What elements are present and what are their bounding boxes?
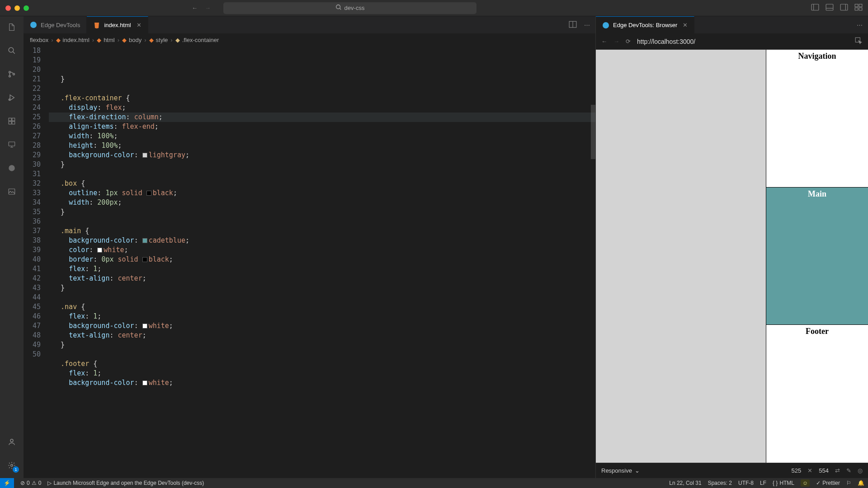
close-window[interactable]: [5, 5, 11, 11]
url-bar[interactable]: http://localhost:3000/: [637, 38, 848, 45]
search-icon[interactable]: [5, 44, 18, 57]
chevron-right-icon: ›: [144, 37, 146, 43]
editor-tabs: Edge DevTools index.html ✕ ⋯: [24, 16, 595, 33]
tab-label: Edge DevTools: Browser: [613, 22, 677, 28]
panel-right-icon[interactable]: [840, 3, 848, 13]
wand-icon[interactable]: ✎: [846, 467, 851, 474]
more-actions-icon[interactable]: ⋯: [857, 22, 863, 28]
device-mode-select[interactable]: Responsive ⌄: [601, 467, 640, 474]
braces-icon: { }: [773, 480, 778, 486]
svg-rect-15: [9, 122, 11, 124]
svg-point-22: [30, 22, 37, 28]
crumb-style: ◆style: [149, 37, 168, 43]
crumb-file: ◆index.html: [56, 37, 90, 43]
titlebar: ← → dev-css: [0, 0, 868, 16]
svg-point-18: [9, 165, 15, 171]
warning-icon: ⚠: [32, 480, 37, 486]
crumb-selector: ◆.flex-container: [175, 37, 219, 43]
crumb-html: ◆html: [97, 37, 115, 43]
settings-icon[interactable]: [5, 459, 18, 472]
editor-group-left: Edge DevTools index.html ✕ ⋯ flexbox › ◆…: [24, 16, 595, 478]
target-icon[interactable]: ◎: [858, 467, 863, 474]
svg-rect-17: [9, 142, 15, 146]
eol-status[interactable]: LF: [760, 480, 766, 486]
bell-icon[interactable]: 🔔: [858, 480, 864, 486]
rotate-icon[interactable]: ⇄: [835, 467, 840, 474]
svg-point-11: [13, 73, 15, 75]
line-numbers: 1819202122232425262728293031323334353637…: [24, 46, 49, 478]
tab-index-html[interactable]: index.html ✕: [87, 16, 148, 33]
remote-explorer-icon[interactable]: [5, 138, 18, 151]
svg-rect-2: [826, 4, 833, 10]
layout-controls: [811, 3, 863, 13]
problems-status[interactable]: ⊘0 ⚠0: [20, 480, 41, 486]
split-editor-icon[interactable]: [569, 20, 577, 30]
tab-edge-devtools[interactable]: Edge DevTools: [24, 16, 87, 33]
minimize-window[interactable]: [14, 5, 20, 11]
dimension-separator: ✕: [807, 467, 812, 474]
code-editor[interactable]: 1819202122232425262728293031323334353637…: [24, 46, 595, 478]
remote-indicator[interactable]: ⚡: [0, 478, 14, 488]
remote-icon: ⚡: [4, 480, 10, 486]
code-content[interactable]: } .flex-container { display: flex; flex-…: [49, 46, 595, 478]
maximize-window[interactable]: [24, 5, 29, 11]
viewport-height[interactable]: 554: [819, 467, 829, 474]
svg-point-0: [336, 5, 340, 9]
explorer-icon[interactable]: [5, 21, 18, 33]
crumb-folder: flexbox: [30, 37, 48, 43]
preview-nav: Navigation: [766, 50, 868, 188]
status-bar: ⚡ ⊘0 ⚠0 ▷ Launch Microsoft Edge and open…: [0, 478, 868, 488]
tag-icon: ◆: [149, 37, 154, 43]
svg-point-20: [10, 439, 13, 442]
feedback-icon[interactable]: ⚐: [846, 480, 851, 486]
editor-group-right: Edge DevTools: Browser ✕ ⋯ ← → ⟳ http://…: [595, 16, 868, 478]
accounts-icon[interactable]: [5, 436, 18, 448]
forward-icon[interactable]: →: [205, 5, 211, 11]
tag-icon: ◆: [97, 37, 101, 43]
back-icon[interactable]: ←: [192, 5, 198, 11]
prettier-status[interactable]: ✓Prettier: [816, 480, 840, 486]
run-debug-icon[interactable]: [5, 91, 18, 104]
browser-forward-icon[interactable]: →: [613, 38, 619, 45]
close-icon[interactable]: ✕: [137, 22, 142, 28]
extensions-icon[interactable]: [5, 115, 18, 127]
cursor-position[interactable]: Ln 22, Col 31: [669, 480, 701, 486]
editor-tabs-right: Edge DevTools: Browser ✕ ⋯: [596, 16, 868, 33]
panel-bottom-icon[interactable]: [826, 3, 834, 13]
reload-icon[interactable]: ⟳: [626, 38, 631, 45]
source-control-icon[interactable]: [5, 68, 18, 80]
image-icon[interactable]: [5, 185, 18, 198]
tab-label: index.html: [104, 22, 131, 28]
tab-edge-browser[interactable]: Edge DevTools: Browser ✕: [596, 16, 694, 33]
svg-point-8: [9, 47, 14, 52]
edge-tools-icon[interactable]: [5, 162, 18, 174]
chevron-right-icon: ›: [92, 37, 94, 43]
debug-icon: ▷: [47, 480, 52, 486]
viewport-width[interactable]: 525: [792, 467, 802, 474]
svg-rect-7: [859, 8, 862, 10]
browser-preview: Navigation Main Footer: [596, 50, 868, 463]
encoding-status[interactable]: UTF-8: [738, 480, 754, 486]
close-icon[interactable]: ✕: [683, 22, 688, 28]
svg-rect-13: [9, 118, 11, 121]
language-status[interactable]: { }HTML: [773, 480, 794, 486]
indent-status[interactable]: Spaces: 2: [708, 480, 732, 486]
customize-layout-icon[interactable]: [854, 3, 863, 13]
preview-column: Navigation Main Footer: [766, 50, 868, 463]
svg-rect-1: [811, 4, 819, 10]
scrollbar-thumb[interactable]: [591, 105, 595, 159]
svg-rect-14: [12, 118, 15, 121]
smiley-icon[interactable]: ☺: [801, 479, 810, 487]
svg-point-24: [603, 22, 609, 28]
svg-rect-16: [12, 122, 15, 124]
search-icon: [335, 4, 342, 12]
breadcrumbs[interactable]: flexbox › ◆index.html › ◆html › ◆body › …: [24, 33, 595, 46]
command-center[interactable]: dev-css: [223, 2, 476, 14]
panel-left-icon[interactable]: [811, 3, 819, 13]
check-icon: ✓: [816, 480, 821, 486]
launch-edge-status[interactable]: ▷ Launch Microsoft Edge and open the Edg…: [47, 480, 204, 486]
svg-rect-5: [859, 4, 862, 7]
browser-back-icon[interactable]: ←: [601, 38, 607, 45]
inspect-icon[interactable]: [854, 37, 863, 46]
more-actions-icon[interactable]: ⋯: [584, 22, 590, 28]
